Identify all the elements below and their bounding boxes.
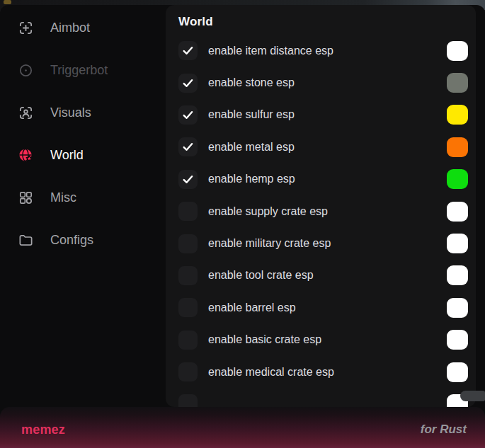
color-swatch[interactable] bbox=[447, 265, 468, 285]
option-row: enable sulfur esp bbox=[178, 99, 476, 131]
background-speck bbox=[4, 0, 11, 4]
world-panel: World enable item distance esp enable st… bbox=[166, 5, 476, 407]
visuals-scan-icon bbox=[18, 105, 34, 121]
option-checkbox[interactable] bbox=[178, 202, 198, 221]
sidebar-item-aimbot[interactable]: Aimbot bbox=[0, 6, 166, 49]
option-label: enable stone esp bbox=[208, 76, 447, 89]
option-checkbox[interactable] bbox=[178, 41, 198, 60]
color-swatch[interactable] bbox=[447, 137, 468, 157]
footer-bar: memez for Rust bbox=[0, 407, 485, 448]
checkmark-icon bbox=[183, 175, 193, 184]
option-checkbox[interactable] bbox=[178, 394, 198, 407]
option-row: enable basic crate esp bbox=[178, 324, 476, 356]
option-label: enable metal esp bbox=[208, 141, 447, 154]
color-swatch[interactable] bbox=[447, 169, 468, 189]
color-swatch[interactable] bbox=[447, 362, 468, 382]
sidebar-item-triggerbot[interactable]: Triggerbot bbox=[0, 49, 166, 91]
sidebar-item-label: Visuals bbox=[50, 105, 91, 120]
color-swatch[interactable] bbox=[447, 330, 468, 350]
sidebar-item-label: World bbox=[50, 148, 84, 163]
checkmark-icon bbox=[183, 142, 193, 151]
option-row: enable medical crate esp bbox=[178, 356, 476, 388]
option-label: enable sulfur esp bbox=[208, 108, 447, 121]
option-checkbox[interactable] bbox=[178, 74, 198, 93]
sidebar-item-label: Configs bbox=[50, 233, 93, 248]
option-row: enable barrel esp bbox=[178, 292, 476, 323]
option-checkbox[interactable] bbox=[178, 105, 198, 125]
tagline-text: for Rust bbox=[421, 423, 467, 437]
brand-text: memez bbox=[21, 423, 65, 437]
option-row: enable hemp esp bbox=[178, 163, 476, 195]
color-swatch[interactable] bbox=[447, 298, 468, 318]
sidebar-item-label: Aimbot bbox=[50, 21, 90, 35]
cheat-menu-window: Aimbot Triggerbot Visuals World Misc Con… bbox=[0, 5, 485, 448]
sidebar-item-world[interactable]: World bbox=[0, 134, 166, 176]
color-swatch[interactable] bbox=[447, 41, 468, 61]
option-checkbox[interactable] bbox=[178, 170, 198, 189]
option-label: enable item distance esp bbox=[208, 45, 447, 57]
sidebar-item-visuals[interactable]: Visuals bbox=[0, 91, 166, 134]
sidebar-item-label: Triggerbot bbox=[50, 63, 108, 78]
option-label: enable medical crate esp bbox=[208, 366, 447, 379]
option-label: enable military crate esp bbox=[208, 237, 447, 250]
sidebar: Aimbot Triggerbot Visuals World Misc Con… bbox=[0, 5, 166, 261]
scrollbar-thumb[interactable] bbox=[460, 391, 485, 401]
checkmark-icon bbox=[183, 79, 193, 88]
color-swatch[interactable] bbox=[447, 234, 468, 253]
sidebar-item-configs[interactable]: Configs bbox=[0, 219, 166, 261]
option-checkbox[interactable] bbox=[178, 266, 198, 285]
option-row: enable item distance esp bbox=[178, 35, 476, 67]
option-checkbox[interactable] bbox=[178, 362, 198, 381]
option-row: enable stone esp bbox=[178, 67, 476, 98]
sidebar-item-misc[interactable]: Misc bbox=[0, 176, 166, 219]
option-checkbox[interactable] bbox=[178, 298, 198, 317]
option-checkbox[interactable] bbox=[178, 331, 198, 350]
option-row: enable metal esp bbox=[178, 131, 476, 163]
option-label: enable basic crate esp bbox=[208, 333, 447, 346]
color-swatch[interactable] bbox=[447, 73, 468, 93]
triggerbot-scope-icon bbox=[18, 62, 34, 79]
panel-title: World bbox=[178, 15, 476, 29]
misc-grid-icon bbox=[18, 190, 34, 206]
option-checkbox[interactable] bbox=[178, 137, 198, 156]
option-row: enable military crate esp bbox=[178, 227, 476, 259]
aimbot-crosshair-icon bbox=[18, 20, 34, 36]
screen: Aimbot Triggerbot Visuals World Misc Con… bbox=[0, 0, 485, 448]
option-label: enable barrel esp bbox=[208, 301, 447, 314]
configs-folder-icon bbox=[18, 232, 34, 248]
option-label: enable supply crate esp bbox=[208, 205, 447, 218]
color-swatch[interactable] bbox=[447, 202, 468, 222]
option-row bbox=[178, 388, 476, 407]
checkmark-icon bbox=[183, 46, 193, 55]
color-swatch[interactable] bbox=[447, 105, 468, 125]
option-label: enable hemp esp bbox=[208, 173, 447, 185]
option-row: enable supply crate esp bbox=[178, 195, 476, 227]
option-label: enable tool crate esp bbox=[208, 269, 447, 282]
checkmark-icon bbox=[183, 110, 193, 120]
world-globe-icon bbox=[18, 147, 34, 163]
sidebar-item-label: Misc bbox=[50, 190, 76, 205]
option-checkbox[interactable] bbox=[178, 234, 198, 253]
option-list: enable item distance esp enable stone es… bbox=[178, 35, 476, 407]
option-row: enable tool crate esp bbox=[178, 260, 476, 292]
